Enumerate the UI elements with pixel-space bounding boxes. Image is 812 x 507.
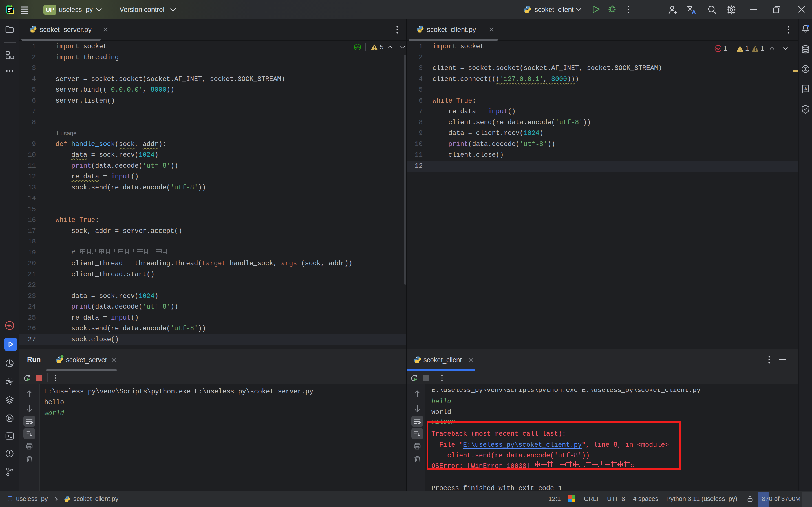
svg-text:A: A [804, 87, 807, 91]
svg-text:A: A [692, 9, 696, 15]
svg-text:PC: PC [8, 8, 12, 11]
